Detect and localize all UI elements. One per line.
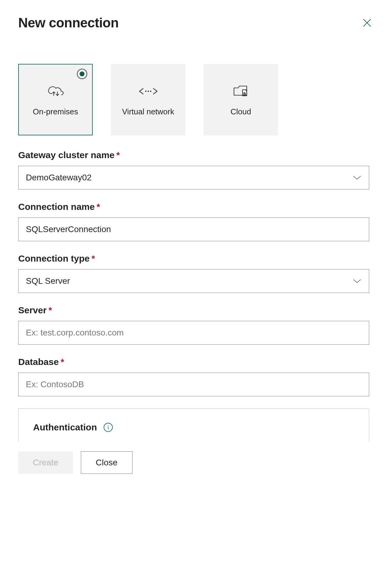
- svg-point-2: [145, 91, 146, 92]
- field-connection-name: Connection name*: [18, 202, 374, 241]
- field-label: Gateway cluster name*: [18, 150, 374, 160]
- card-label: On-premises: [27, 106, 84, 117]
- create-button[interactable]: Create: [18, 451, 73, 474]
- page-title: New connection: [18, 15, 119, 30]
- card-label: Cloud: [225, 106, 257, 117]
- field-database: Database*: [18, 357, 374, 396]
- field-gateway-cluster-name: Gateway cluster name* DemoGateway02: [18, 150, 374, 189]
- required-mark: *: [48, 305, 52, 315]
- database-input[interactable]: [18, 373, 369, 396]
- info-icon[interactable]: i: [104, 423, 113, 432]
- connection-name-input[interactable]: [18, 217, 369, 241]
- connection-type-select[interactable]: SQL Server: [18, 269, 369, 293]
- field-server: Server*: [18, 305, 374, 345]
- label-text: Server: [18, 305, 46, 315]
- select-value: DemoGateway02: [26, 173, 91, 182]
- label-text: Database: [18, 357, 59, 367]
- svg-point-4: [150, 91, 151, 92]
- card-cloud[interactable]: Cloud: [204, 64, 278, 135]
- cloud-sync-icon: [46, 82, 65, 100]
- gateway-cluster-select[interactable]: DemoGateway02: [18, 166, 369, 189]
- field-label: Database*: [18, 357, 374, 367]
- field-label: Server*: [18, 305, 374, 315]
- footer-actions: Create Close: [18, 451, 374, 474]
- label-text: Connection name: [18, 202, 95, 212]
- required-mark: *: [97, 202, 100, 212]
- server-input[interactable]: [18, 321, 369, 345]
- panel-header: New connection: [18, 15, 374, 30]
- chevron-down-icon: [352, 173, 362, 182]
- label-text: Connection type: [18, 253, 90, 263]
- close-button[interactable]: Close: [81, 451, 132, 474]
- field-label: Connection name*: [18, 202, 374, 212]
- card-on-premises[interactable]: On-premises: [18, 64, 93, 135]
- radio-indicator: [77, 69, 87, 79]
- virtual-network-icon: [138, 82, 158, 100]
- label-text: Gateway cluster name: [18, 150, 115, 160]
- cloud-file-icon: [232, 82, 250, 100]
- field-connection-type: Connection type* SQL Server: [18, 253, 374, 293]
- required-mark: *: [60, 357, 64, 367]
- chevron-down-icon: [352, 276, 362, 286]
- card-virtual-network[interactable]: Virtual network: [111, 64, 185, 135]
- select-value: SQL Server: [26, 276, 70, 286]
- field-label: Connection type*: [18, 253, 374, 264]
- connection-locality-cards: On-premises Virtual network Clo: [18, 64, 374, 135]
- required-mark: *: [116, 150, 120, 160]
- svg-point-3: [147, 91, 149, 92]
- required-mark: *: [91, 253, 95, 263]
- authentication-section: Authentication i: [18, 408, 369, 441]
- authentication-heading: Authentication: [33, 422, 97, 433]
- card-label: Virtual network: [117, 106, 180, 117]
- close-icon[interactable]: [360, 16, 374, 30]
